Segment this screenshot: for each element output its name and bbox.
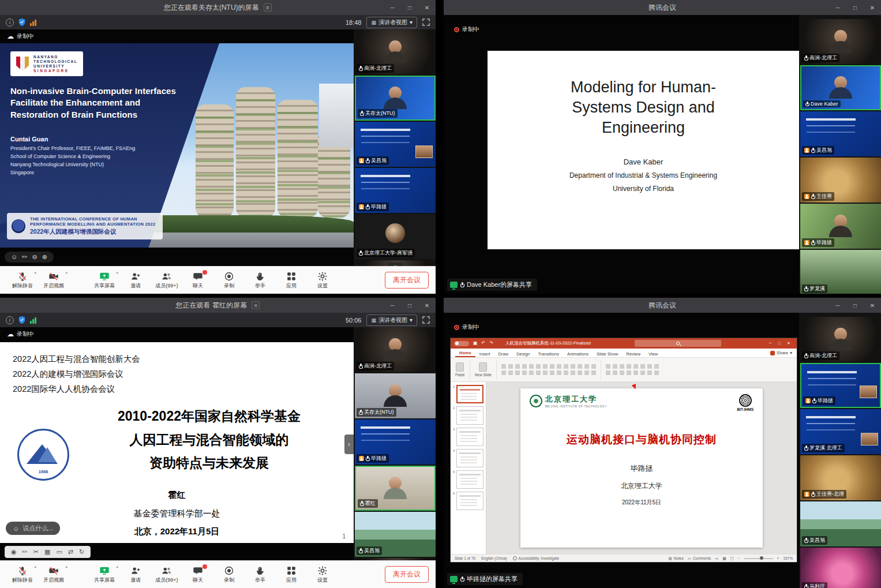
annotation-toolbar[interactable]: ☺ ✏ ⊖ ⊕ xyxy=(5,252,54,263)
invite-button[interactable]: 邀请 xyxy=(120,561,151,588)
new-slide-button[interactable]: New Slide xyxy=(475,362,492,377)
participant-tile[interactable]: 王佳善-北理 xyxy=(800,455,881,500)
tab-insert[interactable]: Insert xyxy=(475,350,494,357)
share-screen-button[interactable]: 共享屏幕▴ xyxy=(89,561,120,588)
info-icon[interactable]: i xyxy=(6,316,14,324)
slide-thumbnail[interactable]: 4 xyxy=(453,449,483,467)
raise-hand-button[interactable]: 举手 xyxy=(245,267,276,294)
maximize-button[interactable]: □ xyxy=(846,298,864,313)
participant-tile[interactable]: 吴昌旭 xyxy=(355,122,436,167)
participant-list-collapse[interactable]: ▾ xyxy=(355,558,436,560)
rect-icon[interactable]: ▭ xyxy=(56,548,62,556)
participant-tile[interactable]: 关存太(NTU) xyxy=(355,373,436,418)
slide-sorter-icon[interactable]: ▦ xyxy=(722,556,726,561)
chat-quick-input[interactable]: ☺ 说点什么... xyxy=(6,522,60,535)
zoom-in-button[interactable]: + xyxy=(777,556,779,560)
zoom-out-button[interactable]: − xyxy=(738,556,740,560)
chevron-up-icon[interactable]: ▴ xyxy=(116,564,118,569)
participant-tile[interactable]: Dave Kaber xyxy=(800,65,881,110)
minimize-button[interactable]: ─ xyxy=(384,0,401,15)
close-button[interactable]: ✕ xyxy=(864,0,881,15)
grid-icon[interactable]: ▦ xyxy=(44,548,50,556)
paste-button[interactable]: Paste xyxy=(455,362,465,377)
tab-home[interactable]: Home xyxy=(455,349,475,357)
screen-share-indicator[interactable]: 毕路拯的屏幕共享 xyxy=(447,573,523,585)
undo-icon[interactable]: ↶ xyxy=(482,341,486,346)
record-button[interactable]: 录制 xyxy=(213,267,245,294)
screen-share-indicator[interactable]: Dave Kaber的屏幕共享 xyxy=(447,279,537,291)
menu-icon[interactable]: ≡ xyxy=(264,3,272,12)
start-video-button[interactable]: 开启视频▴ xyxy=(38,267,69,294)
view-mode-dropdown[interactable]: ▦ 演讲者视图 ▾ xyxy=(366,17,417,28)
cut-icon[interactable]: ✂ xyxy=(33,548,39,556)
window-titlebar[interactable]: 您正在观看关存太(NTU)的屏幕 ≡ ─ □ ✕ xyxy=(0,0,436,15)
unmute-button[interactable]: 解除静音▴ xyxy=(7,561,38,588)
participant-tile[interactable]: 马利庄 xyxy=(800,548,881,588)
comments-button[interactable]: ▭Comments xyxy=(688,556,711,561)
pencil-icon[interactable]: ✏ xyxy=(23,548,28,556)
zoom-in-icon[interactable]: ⊕ xyxy=(42,254,47,260)
participant-list-collapse[interactable]: ▾ xyxy=(355,260,436,266)
participant-tile[interactable]: 毕路拯 xyxy=(355,168,436,213)
share-screen-button[interactable]: 共享屏幕▴ xyxy=(89,267,120,294)
fullscreen-icon[interactable] xyxy=(422,316,430,324)
slide-thumbnail[interactable]: 2 xyxy=(453,406,483,425)
network-signal-icon[interactable] xyxy=(30,19,36,26)
participant-tile[interactable]: 商润-北理工 xyxy=(800,317,881,362)
unmute-button[interactable]: 解除静音▴ xyxy=(7,267,38,294)
chevron-up-icon[interactable]: ▴ xyxy=(65,270,68,275)
minimize-button[interactable]: ─ xyxy=(829,0,846,15)
chevron-up-icon[interactable]: ▴ xyxy=(65,564,68,569)
participant-tile[interactable]: 毕路拯 xyxy=(800,363,881,408)
close-button[interactable]: ✕ xyxy=(418,298,436,313)
window-titlebar[interactable]: 腾讯会议 ─ □ ✕ xyxy=(444,298,881,313)
chevron-up-icon[interactable]: ▴ xyxy=(116,270,118,275)
tab-view[interactable]: View xyxy=(644,350,662,357)
raise-hand-button[interactable]: 举手 xyxy=(245,561,276,588)
record-button[interactable]: 录制 xyxy=(213,561,245,588)
settings-button[interactable]: 设置 xyxy=(307,267,338,294)
language-indicator[interactable]: English (China) xyxy=(481,556,507,560)
slide-thumbnail[interactable]: 5 xyxy=(453,470,483,489)
chat-button[interactable]: 聊天 xyxy=(182,267,213,294)
minimize-button[interactable]: ─ xyxy=(384,298,401,313)
tab-slideshow[interactable]: Slide Show xyxy=(593,350,623,357)
fullscreen-icon[interactable] xyxy=(422,18,430,26)
window-titlebar[interactable]: 您正在观看 霍红的屏幕 ≡ ─ □ ✕ xyxy=(0,298,436,313)
chat-button[interactable]: 聊天 xyxy=(182,561,213,588)
tab-design[interactable]: Design xyxy=(512,350,534,357)
settings-button[interactable]: 设置 xyxy=(307,561,338,588)
close-button[interactable]: ✕ xyxy=(864,298,881,313)
emoji-icon[interactable]: ☺ xyxy=(13,525,19,532)
participant-tile[interactable]: 王佳善 xyxy=(800,158,881,203)
start-video-button[interactable]: 开启视频▴ xyxy=(38,561,69,588)
close-button[interactable]: ✕ xyxy=(784,341,793,346)
apps-button[interactable]: 应用 xyxy=(276,267,307,294)
tab-animations[interactable]: Animations xyxy=(563,350,593,357)
ppt-share-button[interactable]: Share▾ xyxy=(770,350,792,357)
ppt-titlebar[interactable]: ▣ ↶ ↷ 人机混合智能脑机系统-11-03-2022-Finalized ─ … xyxy=(451,338,797,349)
zoom-out-icon[interactable]: ⊖ xyxy=(32,254,37,260)
zoom-level[interactable]: 157% xyxy=(783,556,793,560)
pencil-icon[interactable]: ✏ xyxy=(22,254,27,260)
participant-tile[interactable]: 毕路拯 xyxy=(355,420,436,465)
annotation-toolbar[interactable]: ◉ ✏ ✂ ▦ ▭ ⇄ ↻ xyxy=(5,546,91,558)
window-titlebar[interactable]: 腾讯会议 ─ □ ✕ xyxy=(444,0,881,15)
participant-tile[interactable]: 北京理工大学-席军强 xyxy=(355,214,436,259)
participant-tile[interactable]: 吴昌旭 xyxy=(800,501,881,546)
laser-icon[interactable]: ◉ xyxy=(11,548,17,556)
info-icon[interactable]: i xyxy=(6,18,14,27)
swap-icon[interactable]: ⇄ xyxy=(68,548,73,556)
apps-button[interactable]: 应用 xyxy=(276,561,307,588)
participant-tile[interactable]: 毕路拯 xyxy=(800,204,881,249)
participant-tile[interactable]: 吴昌旭 xyxy=(355,512,436,557)
slide-thumbnail[interactable]: 1 xyxy=(453,385,483,403)
view-mode-dropdown[interactable]: ▦ 演讲者视图 ▾ xyxy=(366,314,417,326)
emoji-icon[interactable]: ☺ xyxy=(11,254,17,260)
leave-meeting-button[interactable]: 离开会议 xyxy=(385,566,429,583)
tab-review[interactable]: Review xyxy=(623,350,645,357)
zoom-slider[interactable] xyxy=(744,558,773,559)
autosave-toggle[interactable] xyxy=(454,341,469,346)
chevron-down-icon[interactable]: ▾ xyxy=(388,263,403,266)
network-signal-icon[interactable] xyxy=(30,317,36,324)
